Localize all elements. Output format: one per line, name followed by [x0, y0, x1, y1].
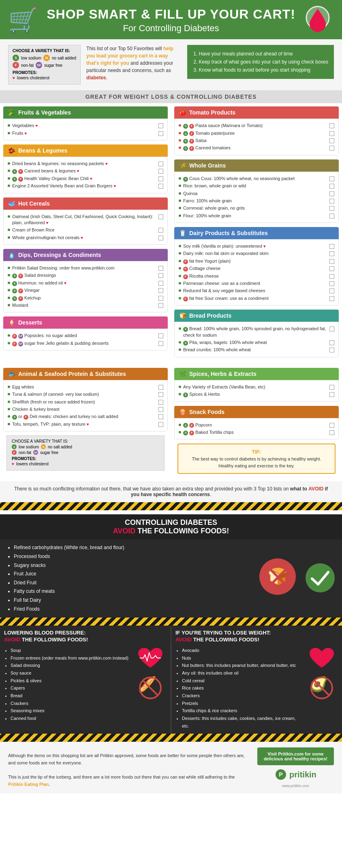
- checkbox[interactable]: [158, 333, 163, 338]
- avoid-diabetes-image: 🍞: [259, 558, 336, 599]
- food-brown-rice: Cream of Brown Rice: [8, 227, 163, 233]
- checkbox[interactable]: [158, 123, 163, 128]
- blood-pressure-title: LOWERING BLOOD PRESSURE:AVOID THE FOLLOW…: [4, 630, 167, 643]
- hot-cereals-body: Oatmeal (Irish Oats, Steel Cut, Old Fash…: [3, 210, 168, 245]
- food-dried-beans: Dried beans & legumes: no seasoning pack…: [8, 161, 163, 167]
- category-fruits-veg: 🥦 Fruits & Vegetables Vegetables ♥ Fruit…: [3, 106, 168, 140]
- checkbox[interactable]: [329, 206, 334, 211]
- food-breadcrumbs: Bread crumbs: 100% whole wheat: [179, 347, 334, 353]
- heart-rate-icon: [136, 647, 165, 673]
- food-text: Soy milk (Vanilla or plain): unsweetened…: [183, 243, 266, 249]
- checkbox[interactable]: [158, 407, 163, 412]
- bullet-icon: [179, 132, 181, 134]
- checkbox[interactable]: [329, 244, 334, 249]
- category-header-fruits-veg: 🥦 Fruits & Vegetables: [3, 106, 168, 119]
- checkbox[interactable]: [158, 176, 163, 181]
- food-text: S F Vinegar: [12, 287, 40, 293]
- right-column: 🍅 Tomato Products S F Pasta sauce (Marin…: [171, 103, 342, 365]
- checkbox[interactable]: [329, 251, 334, 256]
- list-item: Crackers: [182, 692, 302, 700]
- list-item: Fruit Juice: [14, 570, 251, 579]
- checkbox[interactable]: [158, 161, 163, 166]
- svg-line-3: [267, 566, 289, 588]
- bullet-icon: [179, 327, 181, 330]
- checkbox[interactable]: [329, 274, 334, 279]
- left-column: 🥦 Fruits & Vegetables Vegetables ♥ Fruit…: [0, 103, 171, 365]
- food-popsicles: F SF Popsicles: no sugar added: [8, 333, 163, 339]
- website-url: www.pritikin.com: [282, 784, 309, 788]
- checkbox[interactable]: [158, 288, 163, 293]
- checkbox[interactable]: [158, 236, 163, 240]
- checkbox[interactable]: [158, 385, 163, 390]
- checkbox[interactable]: [329, 340, 334, 345]
- checkbox[interactable]: [329, 327, 334, 331]
- checkbox[interactable]: [158, 131, 163, 136]
- checkbox[interactable]: [158, 296, 163, 301]
- list-item: Nuts: [182, 654, 302, 662]
- checkbox[interactable]: [329, 199, 334, 204]
- checkbox[interactable]: [158, 400, 163, 405]
- checkbox[interactable]: [329, 289, 334, 293]
- food-text: Rice: brown, whole grain or wild: [183, 183, 246, 189]
- food-text: S Spices & Herbs: [183, 391, 220, 397]
- category-bread: 🍞 Bread Products S Bread: 100% whole gra…: [174, 310, 339, 357]
- low-sodium-icon: S: [13, 55, 19, 61]
- checkbox[interactable]: [158, 414, 163, 419]
- checkbox[interactable]: [329, 296, 334, 301]
- checkbox[interactable]: [329, 184, 334, 189]
- checkbox[interactable]: [329, 281, 334, 286]
- food-text: S F Canned tomatoes: [183, 145, 231, 151]
- checkbox[interactable]: [329, 123, 334, 128]
- checkbox[interactable]: [329, 348, 334, 352]
- food-text: Tuna & salmon (if canned- very low sodiu…: [12, 391, 99, 397]
- page-header: 🛒 SHOP SMART & FILL UP YOUR CART! For Co…: [0, 0, 342, 39]
- checkbox[interactable]: [329, 392, 334, 397]
- checkbox[interactable]: [329, 259, 334, 264]
- checkbox[interactable]: [329, 191, 334, 196]
- checkbox[interactable]: [329, 385, 334, 390]
- category-header-whole-grains: 🌾 Whole Grains: [174, 159, 339, 172]
- checkbox[interactable]: [158, 266, 163, 271]
- checkbox[interactable]: [158, 422, 163, 427]
- food-text: Flour: 100% whole grain: [183, 213, 231, 219]
- checkbox[interactable]: [158, 228, 163, 233]
- checkbox[interactable]: [329, 423, 334, 428]
- checkbox[interactable]: [158, 169, 163, 174]
- panel-weight-loss: IF YOU'RE TRYING TO LOSE WEIGHT:AVOID TH…: [171, 626, 342, 734]
- checkbox[interactable]: [329, 214, 334, 219]
- fruits-veg-body: Vegetables ♥ Fruits ♥: [3, 119, 168, 140]
- main-grid: 🥦 Fruits & Vegetables Vegetables ♥ Fruit…: [0, 103, 342, 365]
- food-egg-whites: Egg whites: [8, 384, 163, 390]
- checkbox[interactable]: [329, 266, 334, 271]
- snack-icon: 🍿: [179, 409, 186, 415]
- bullet-icon: [8, 297, 10, 299]
- food-vegetables: Vegetables ♥: [8, 123, 163, 129]
- checkbox[interactable]: [329, 176, 334, 181]
- checkbox[interactable]: [158, 392, 163, 397]
- weight-loss-list: Avocado Nuts Nut butters: this includes …: [175, 647, 302, 730]
- promotes-label: PROMOTES:: [13, 70, 76, 75]
- checkbox[interactable]: [158, 214, 163, 219]
- checkbox[interactable]: [329, 430, 334, 435]
- visit-pritikin-button[interactable]: Visit Pritikin.com for somedelicious and…: [257, 747, 334, 765]
- checkbox[interactable]: [329, 146, 334, 151]
- checkbox[interactable]: [158, 341, 163, 346]
- checkbox[interactable]: [158, 303, 163, 308]
- checkbox[interactable]: [329, 131, 334, 136]
- list-item: Seasoning mixes: [11, 707, 131, 715]
- checkbox[interactable]: [158, 273, 163, 278]
- non-fat-icon2: F: [12, 450, 17, 455]
- checkbox[interactable]: [329, 138, 334, 143]
- food-text: F Cottage cheese: [183, 265, 220, 272]
- promotes-heart: ♥ lowers cholesterol: [12, 462, 159, 466]
- checkbox[interactable]: [158, 281, 163, 286]
- checkbox[interactable]: [158, 184, 163, 189]
- bullet-icon: [8, 342, 10, 344]
- food-text: S F Pasta sauce (Marinara or Tomato): [183, 123, 263, 129]
- bullet-icon: [8, 423, 10, 425]
- food-text: Dairy milk: non-fat skim or evaporated s…: [183, 250, 269, 257]
- stripe-bar-1: [0, 502, 342, 510]
- fruits-veg-title: Fruits & Vegetables: [18, 109, 71, 116]
- food-text: F Ricotta cheese: [183, 273, 219, 279]
- food-text: S F Salsa: [183, 138, 207, 144]
